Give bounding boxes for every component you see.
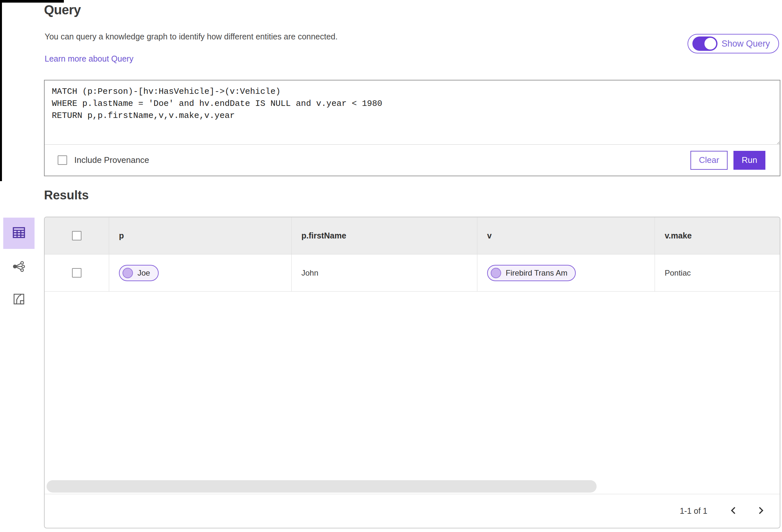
column-label: v.make bbox=[665, 231, 692, 240]
page-title: Query bbox=[44, 3, 81, 17]
cell-value: Pontiac bbox=[665, 269, 691, 278]
map-view-button[interactable] bbox=[11, 292, 27, 308]
network-icon bbox=[12, 260, 26, 275]
toggle-knob bbox=[705, 38, 716, 49]
results-heading: Results bbox=[44, 188, 88, 202]
header-cell-select bbox=[45, 217, 109, 254]
cell-value: John bbox=[301, 269, 318, 278]
vehicle-entity-chip[interactable]: Firebird Trans Am bbox=[487, 265, 576, 281]
page-description: You can query a knowledge graph to ident… bbox=[45, 32, 337, 41]
learn-more-link[interactable]: Learn more about Query bbox=[45, 54, 133, 64]
row-cell-p: Joe bbox=[109, 254, 292, 291]
toggle-on-icon[interactable] bbox=[692, 36, 717, 51]
row-cell-v: Firebird Trans Am bbox=[477, 254, 655, 291]
results-view-switcher bbox=[3, 218, 35, 308]
query-page: Query You can query a knowledge graph to… bbox=[0, 0, 782, 532]
pagination-range-label: 1-1 of 1 bbox=[680, 506, 707, 516]
chevron-left-icon bbox=[730, 506, 737, 516]
row-checkbox[interactable] bbox=[72, 268, 81, 278]
header-cell-p-firstname: p.firstName bbox=[292, 217, 477, 254]
entity-node-icon bbox=[122, 268, 133, 278]
header-cell-v-make: v.make bbox=[655, 217, 780, 254]
column-label: p.firstName bbox=[301, 231, 346, 240]
table-icon bbox=[11, 225, 27, 242]
previous-page-button[interactable] bbox=[724, 502, 743, 520]
next-page-button[interactable] bbox=[752, 502, 770, 520]
entity-chip-label: Joe bbox=[138, 269, 150, 278]
entity-node-icon bbox=[491, 268, 501, 278]
results-table-panel: p p.firstName v v.make Joe bbox=[44, 217, 780, 528]
row-cell-select bbox=[45, 254, 109, 291]
run-button[interactable]: Run bbox=[734, 151, 766, 170]
map-icon bbox=[12, 292, 26, 307]
table-header-row: p p.firstName v v.make bbox=[45, 217, 780, 254]
table-view-button[interactable] bbox=[3, 218, 35, 249]
show-query-label: Show Query bbox=[721, 39, 770, 49]
header-cell-v: v bbox=[477, 217, 655, 254]
chevron-right-icon bbox=[757, 506, 765, 516]
column-label: v bbox=[487, 231, 492, 240]
network-view-button[interactable] bbox=[11, 259, 27, 275]
table-footer: 1-1 of 1 bbox=[45, 494, 780, 528]
horizontal-scrollbar[interactable] bbox=[46, 480, 597, 493]
person-entity-chip[interactable]: Joe bbox=[119, 265, 159, 281]
include-provenance-checkbox[interactable] bbox=[58, 155, 67, 165]
screen-edge-artifact bbox=[0, 0, 64, 3]
table-row: Joe John Firebird Trans Am Pontiac bbox=[45, 254, 780, 292]
entity-chip-label: Firebird Trans Am bbox=[506, 269, 567, 278]
select-all-checkbox[interactable] bbox=[72, 231, 81, 240]
query-code-input[interactable]: MATCH (p:Person)-[hv:HasVehicle]->(v:Veh… bbox=[45, 80, 780, 144]
table-empty-area bbox=[45, 292, 780, 494]
row-cell-p-firstname: John bbox=[292, 254, 477, 291]
query-toolbar: Include Provenance Clear Run bbox=[45, 144, 780, 176]
header-cell-p: p bbox=[109, 217, 292, 254]
query-editor-panel: MATCH (p:Person)-[hv:HasVehicle]->(v:Veh… bbox=[44, 80, 780, 176]
clear-button[interactable]: Clear bbox=[690, 151, 727, 170]
column-label: p bbox=[119, 231, 124, 240]
show-query-toggle[interactable]: Show Query bbox=[687, 34, 779, 54]
include-provenance-label: Include Provenance bbox=[74, 155, 149, 165]
screen-edge-artifact bbox=[0, 0, 2, 181]
row-cell-v-make: Pontiac bbox=[655, 254, 780, 291]
